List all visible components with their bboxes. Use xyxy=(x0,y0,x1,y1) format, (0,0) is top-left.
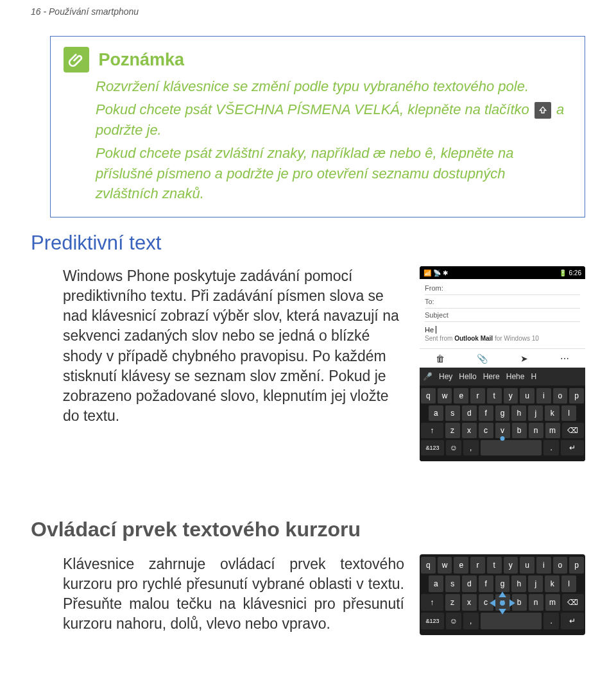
key-s[interactable]: s xyxy=(445,405,460,421)
key-j[interactable]: j xyxy=(528,405,543,421)
page-header: 16 - Používání smartphonu xyxy=(31,6,585,17)
suggestion-bar: 🎤 Hey Hello Here Hehe H xyxy=(420,368,585,386)
note-text-2a: Pokud chcete psát VŠECHNA PÍSMENA VELKÁ,… xyxy=(96,101,533,117)
more-icon[interactable]: ⋯ xyxy=(560,353,569,364)
sent-prefix: Sent from xyxy=(425,335,454,342)
k2-shift[interactable]: ↑ xyxy=(421,594,443,611)
key-h[interactable]: h xyxy=(511,405,526,421)
key-w[interactable]: w xyxy=(438,388,452,404)
key-period[interactable]: . xyxy=(543,440,559,455)
bt-icon: ✱ xyxy=(443,269,448,276)
key-backspace[interactable]: ⌫ xyxy=(562,423,585,438)
k2-backspace[interactable]: ⌫ xyxy=(562,594,585,611)
k2-i[interactable]: i xyxy=(536,557,551,574)
key-sym[interactable]: &123 xyxy=(421,440,444,455)
k2-p[interactable]: p xyxy=(569,557,584,574)
key-g[interactable]: g xyxy=(495,405,510,421)
to-label: To: xyxy=(425,298,434,305)
trash-icon[interactable]: 🗑 xyxy=(436,353,445,364)
key-b[interactable]: b xyxy=(512,423,527,438)
sent-bold: Outlook Mail xyxy=(454,335,493,342)
compose-area: From: To: Subject He Sent from Outlook M… xyxy=(420,279,585,348)
k2-enter[interactable]: ↵ xyxy=(561,613,584,629)
note-title: Poznámka xyxy=(98,50,184,70)
key-u[interactable]: u xyxy=(520,388,535,404)
k2-e[interactable]: e xyxy=(454,557,468,574)
key-z[interactable]: z xyxy=(445,423,460,438)
key-m[interactable]: m xyxy=(545,423,560,438)
k2-c[interactable]: c xyxy=(479,594,493,611)
k2-h[interactable]: h xyxy=(511,575,526,592)
key-d[interactable]: d xyxy=(462,405,477,421)
key-p[interactable]: p xyxy=(569,388,584,404)
key-space[interactable] xyxy=(481,440,542,455)
typed-text: He xyxy=(425,326,434,334)
key-x[interactable]: x xyxy=(462,423,477,438)
wifi-icon: 📡 xyxy=(433,269,441,276)
k2-period[interactable]: . xyxy=(543,613,559,629)
suggestion-2[interactable]: Here xyxy=(483,372,500,381)
key-a[interactable]: a xyxy=(429,405,443,421)
key-y[interactable]: y xyxy=(504,388,518,404)
key-k[interactable]: k xyxy=(545,405,560,421)
key-o[interactable]: o xyxy=(553,388,568,404)
k2-b[interactable]: b xyxy=(512,594,527,611)
suggestion-0[interactable]: Hey xyxy=(439,372,452,381)
suggestion-3[interactable]: Hehe xyxy=(506,372,525,381)
suggestion-4[interactable]: H xyxy=(531,372,536,381)
key-f[interactable]: f xyxy=(479,405,493,421)
k2-s[interactable]: s xyxy=(445,575,460,592)
k2-o[interactable]: o xyxy=(553,557,568,574)
k2-k[interactable]: k xyxy=(545,575,560,592)
k2-j[interactable]: j xyxy=(528,575,543,592)
heading-cursor: Ovládací prvek textového kurzoru xyxy=(31,518,585,541)
k2-comma[interactable]: , xyxy=(463,613,479,629)
k2-x[interactable]: x xyxy=(462,594,477,611)
key-r[interactable]: r xyxy=(470,388,485,404)
predictive-body: Windows Phone poskytuje zadávání pomocí … xyxy=(31,266,404,425)
battery-icon: 🔋 xyxy=(559,269,567,276)
k2-emoji[interactable]: ☺ xyxy=(446,613,461,629)
key-c[interactable]: c xyxy=(479,423,493,438)
sent-suffix: for Windows 10 xyxy=(493,335,539,342)
k2-space[interactable] xyxy=(481,613,542,629)
note-text-1: Rozvržení klávesnice se změní podle typu… xyxy=(96,76,572,97)
keyboard-1: q w e r t y u i o p a s d f g h j k l xyxy=(420,386,585,461)
key-n[interactable]: n xyxy=(529,423,543,438)
k2-d[interactable]: d xyxy=(462,575,477,592)
k2-l[interactable]: l xyxy=(561,575,576,592)
key-comma[interactable]: , xyxy=(463,440,479,455)
k2-v[interactable]: v xyxy=(495,594,510,611)
key-i[interactable]: i xyxy=(536,388,551,404)
key-l[interactable]: l xyxy=(561,405,576,421)
k2-f[interactable]: f xyxy=(479,575,493,592)
note-text-3: Pokud chcete psát zvláštní znaky, napřík… xyxy=(96,143,572,205)
key-q[interactable]: q xyxy=(421,388,436,404)
k2-n[interactable]: n xyxy=(529,594,543,611)
k2-sym[interactable]: &123 xyxy=(421,613,444,629)
k2-t[interactable]: t xyxy=(487,557,502,574)
key-e[interactable]: e xyxy=(454,388,468,404)
k2-r[interactable]: r xyxy=(470,557,485,574)
k2-z[interactable]: z xyxy=(445,594,460,611)
shift-icon xyxy=(535,102,551,119)
k2-u[interactable]: u xyxy=(520,557,535,574)
k2-y[interactable]: y xyxy=(504,557,518,574)
k2-a[interactable]: a xyxy=(429,575,443,592)
attach-icon[interactable]: 📎 xyxy=(477,353,488,364)
mic-icon[interactable]: 🎤 xyxy=(422,372,432,381)
send-icon[interactable]: ➤ xyxy=(520,353,528,364)
k2-q[interactable]: q xyxy=(421,557,436,574)
sent-line: Sent from Outlook Mail for Windows 10 xyxy=(425,335,580,346)
k2-g[interactable]: g xyxy=(495,575,510,592)
k2-m[interactable]: m xyxy=(545,594,560,611)
k2-w[interactable]: w xyxy=(438,557,452,574)
suggestion-1[interactable]: Hello xyxy=(459,372,476,381)
key-emoji[interactable]: ☺ xyxy=(446,440,461,455)
key-t[interactable]: t xyxy=(487,388,502,404)
cursor-dot-icon[interactable] xyxy=(501,436,505,441)
key-enter[interactable]: ↵ xyxy=(561,440,584,455)
from-label: From: xyxy=(425,284,443,292)
key-shift[interactable]: ↑ xyxy=(421,423,443,438)
keyboard-screenshot-2: q w e r t y u i o p a s d f g h j k l ↑ … xyxy=(420,554,585,635)
